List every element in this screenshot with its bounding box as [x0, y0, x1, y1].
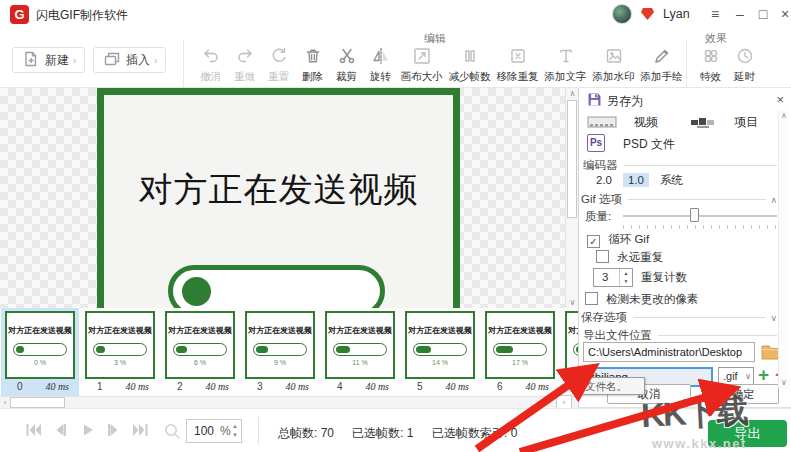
frame-index: 5 [417, 381, 423, 392]
filmstrip-frame-2[interactable]: 对方正在发送视频 6 % 2 40 ms [161, 308, 239, 396]
gif-preview-frame[interactable]: 对方正在发送视频 [97, 88, 460, 308]
tool-label: 重做 [234, 70, 255, 84]
frame-percent: 14 % [407, 359, 473, 366]
tool-label: 添加水印 [593, 70, 635, 84]
loop-gif-row[interactable]: ✓ 循环 Gif [587, 232, 787, 248]
close-button[interactable]: × [774, 4, 791, 24]
tool-add-text[interactable]: 添加文字 [542, 44, 589, 84]
app-window: G 闪电GIF制作软件 Lyan ≡ – □ × 编辑 效果 新建 › 插入 ›… [0, 0, 791, 452]
scroll-right-icon[interactable]: › [556, 395, 572, 409]
insert-button[interactable]: 插入 › [93, 47, 166, 73]
tool-trash[interactable]: 删除 [296, 44, 329, 84]
chevron-right-icon: › [154, 55, 157, 66]
frame-thumbnail[interactable]: 对方正在发送视频 17 % [485, 311, 555, 379]
filmstrip-frame-0[interactable]: 对方正在发送视频 0 % 0 40 ms [1, 308, 79, 396]
detect-pixels-row[interactable]: 检测未更改的像素 [585, 292, 785, 307]
frame-duration: 40 ms [365, 381, 389, 392]
canvas-size-icon [412, 44, 432, 68]
save-options-section-header[interactable]: 保存选项∨ [581, 310, 777, 325]
tool-flip[interactable]: 旋转 [364, 44, 397, 84]
frame-meta: 1 40 ms [85, 381, 155, 392]
format-psd[interactable]: PSD 文件 [623, 136, 675, 153]
encoder-section-header: 编码器 [583, 158, 777, 173]
export-button[interactable]: 导出 [708, 420, 787, 447]
filmstrip-frame-4[interactable]: 对方正在发送视频 11 % 4 40 ms [321, 308, 399, 396]
maximize-button[interactable]: □ [752, 4, 774, 24]
skip-end-icon[interactable] [132, 421, 150, 439]
export-path-input[interactable] [583, 342, 755, 362]
magnifier-icon[interactable] [163, 422, 182, 445]
scrollbar-thumb[interactable] [10, 397, 65, 408]
add-icon[interactable]: + [758, 364, 769, 386]
play-icon[interactable] [78, 421, 96, 439]
frame-meta: 5 40 ms [405, 381, 475, 392]
loop-gif-checkbox[interactable]: ✓ [587, 235, 600, 248]
vip-gem-icon[interactable] [641, 8, 654, 20]
format-video[interactable]: 视频 [634, 114, 658, 131]
frame-caption: 对方正在发送视频 [327, 325, 393, 336]
undo-icon [201, 44, 221, 68]
scrollbar-thumb[interactable] [567, 100, 577, 218]
gif-progress-bar [168, 265, 385, 308]
frame-thumbnail[interactable]: 对方正在发送视频 9 % [245, 311, 315, 379]
frame-thumbnail[interactable]: 对方正在发送视频 14 % [405, 311, 475, 379]
step-forward-icon[interactable] [105, 421, 123, 439]
tool-crop[interactable]: 裁剪 [330, 44, 363, 84]
tool-add-watermark[interactable]: 添加水印 [590, 44, 637, 84]
step-back-icon[interactable] [51, 421, 69, 439]
repeat-forever-checkbox[interactable] [596, 250, 609, 263]
frame-meta: 0 40 ms [5, 381, 75, 392]
tool-reduce-frames[interactable]: 减少帧数 [446, 44, 493, 84]
frame-meta: 2 40 ms [165, 381, 235, 392]
repeat-forever-label: 永远重复 [617, 251, 663, 263]
detect-pixels-checkbox[interactable] [585, 292, 598, 305]
skip-start-icon[interactable] [24, 421, 42, 439]
filmstrip-horizontal-scrollbar[interactable]: ‹ › [0, 396, 578, 408]
encoder-option-1.0[interactable]: 1.0 [623, 173, 649, 187]
quality-slider[interactable] [623, 208, 777, 230]
frame-thumbnail[interactable]: 对方正在发送视频 11 % [325, 311, 395, 379]
delay-icon [735, 44, 755, 68]
reset-icon [269, 44, 289, 68]
username-label[interactable]: Lyan [663, 7, 690, 21]
app-logo-icon: G [10, 5, 29, 24]
minimize-button[interactable]: – [729, 4, 751, 24]
filmstrip-frame-1[interactable]: 对方正在发送视频 3 % 1 40 ms [81, 308, 159, 396]
repeat-count-stepper[interactable]: 3 ▲▼ [593, 268, 633, 287]
ok-button[interactable]: 确定 [707, 384, 779, 404]
format-project[interactable]: 项目 [734, 114, 758, 131]
frame-percent: 6 % [167, 359, 233, 366]
filmstrip-frame-5[interactable]: 对方正在发送视频 14 % 5 40 ms [401, 308, 479, 396]
repeat-forever-row[interactable]: 永远重复 [596, 250, 791, 265]
user-avatar[interactable] [612, 4, 632, 24]
filmstrip-frame-3[interactable]: 对方正在发送视频 9 % 3 40 ms [241, 308, 319, 396]
zoom-stepper[interactable]: 100 % ▲▼ [186, 419, 242, 443]
frame-progress-bar [413, 343, 467, 356]
tool-canvas-size[interactable]: 画布大小 [398, 44, 445, 84]
frame-thumbnail[interactable]: 对方正在发送视频 6 % [165, 311, 235, 379]
encoder-option-系统[interactable]: 系统 [655, 172, 688, 189]
new-button[interactable]: 新建 › [12, 47, 85, 73]
filmstrip-frame-6[interactable]: 对方正在发送视频 17 % 6 40 ms [481, 308, 559, 396]
gif-options-section-header[interactable]: Gif 选项∧ [581, 192, 777, 207]
slider-thumb[interactable] [690, 208, 699, 222]
panel-scrollbar[interactable]: ∧ ∨ [778, 110, 789, 388]
edit-tools-group: 撤消重做重置删除裁剪旋转画布大小减少帧数移除重复添加文字添加水印添加手绘 [194, 44, 686, 84]
tool-effects[interactable]: 特效 [694, 44, 727, 84]
save-as-title: 另存为 [607, 93, 643, 110]
frame-progress-bar [253, 343, 307, 356]
panel-close-icon[interactable]: × [776, 92, 784, 107]
frame-thumbnail[interactable]: 对方正在发送视频 3 % [85, 311, 155, 379]
encoder-option-2.0[interactable]: 2.0 [591, 173, 617, 187]
tool-delay[interactable]: 延时 [728, 44, 761, 84]
tool-remove-duplicate[interactable]: 移除重复 [494, 44, 541, 84]
frame-meta: 3 40 ms [245, 381, 315, 392]
tool-redo: 重做 [228, 44, 261, 84]
frame-thumbnail[interactable]: 对方正在发送视频 0 % [5, 311, 75, 379]
title-bar: G 闪电GIF制作软件 Lyan ≡ – □ × [0, 0, 791, 28]
tool-add-draw[interactable]: 添加手绘 [638, 44, 685, 84]
flip-icon [371, 44, 391, 68]
menu-icon[interactable]: ≡ [704, 4, 726, 24]
frame-percent: 17 % [487, 359, 553, 366]
canvas-vertical-scrollbar[interactable]: ∧ ∨ [565, 88, 578, 308]
